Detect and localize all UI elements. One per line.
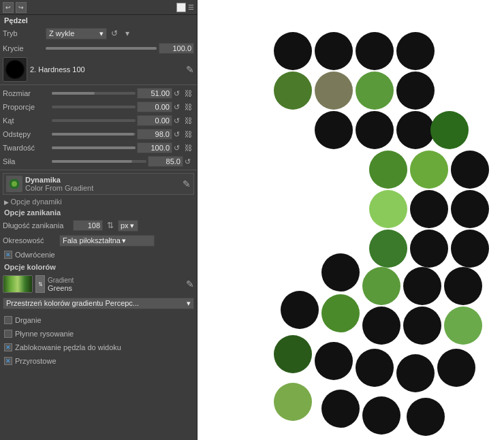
svg-point-20 — [369, 230, 407, 268]
svg-point-11 — [356, 111, 394, 149]
proporcje-reset[interactable]: ↺ — [174, 103, 183, 112]
svg-point-36 — [437, 349, 475, 387]
gradient-thumbnail[interactable] — [3, 275, 33, 293]
tryb-label: Tryb — [3, 29, 44, 37]
zablokowanie-label: Zablokowanie pędzla do widoku — [15, 343, 121, 351]
svg-point-1 — [12, 181, 17, 187]
svg-point-4 — [356, 32, 394, 70]
okresowosc-row: Okresowość Fala piłokształtna ▾ — [0, 233, 197, 248]
svg-point-26 — [444, 267, 482, 305]
odwrocenie-checkbox[interactable]: ✕ — [4, 251, 12, 259]
svg-point-24 — [362, 267, 400, 305]
rozmiar-slider[interactable] — [52, 92, 136, 95]
dlugosc-unit-select[interactable]: px ▾ — [118, 220, 138, 232]
gradient-space-value: Przestrzeń kolorów gradientu Percepc... — [6, 299, 139, 307]
proporcje-slider[interactable] — [52, 106, 136, 108]
svg-point-35 — [396, 354, 435, 392]
canvas-area[interactable] — [198, 0, 504, 440]
redo-icon[interactable]: ↪ — [16, 2, 27, 13]
przyrostowe-label: Przyrostowe — [15, 357, 57, 365]
gradient-info: Gradient Greens — [48, 277, 183, 292]
przyrostowe-checkbox[interactable]: ✕ — [4, 357, 12, 365]
zablokowanie-row: ✕ Zablokowanie pędzla do widoku — [0, 341, 197, 354]
kat-slider[interactable] — [52, 119, 136, 122]
svg-point-33 — [315, 342, 353, 380]
krycie-value[interactable]: 100.0 — [159, 43, 194, 54]
plynne-checkbox[interactable]: ✕ — [4, 330, 12, 338]
opcje-zanikania-header: Opcje zanikania — [0, 207, 197, 218]
odstepy-link[interactable]: ⛓ — [185, 130, 194, 138]
svg-point-17 — [369, 190, 407, 228]
odstepy-reset[interactable]: ↺ — [174, 130, 183, 139]
kat-link[interactable]: ⛓ — [185, 116, 194, 125]
tryb-select[interactable]: Z wykle ▾ — [46, 28, 107, 40]
proporcje-link[interactable]: ⛓ — [185, 103, 194, 111]
dlugosc-step-icon[interactable]: ⇅ — [105, 220, 116, 231]
svg-point-16 — [451, 151, 489, 189]
przyrostowe-row: ✕ Przyrostowe — [0, 354, 197, 368]
tryb-reset-icon[interactable]: ↺ — [109, 28, 120, 39]
top-bar: ↩ ↪ ☰ — [0, 0, 197, 15]
rozmiar-value[interactable]: 51.00 — [137, 88, 172, 99]
tryb-chevron: ▾ — [99, 29, 104, 38]
twardosc-link[interactable]: ⛓ — [185, 144, 194, 152]
color-swatch[interactable] — [176, 3, 186, 12]
tryb-value: Z wykle — [49, 29, 74, 37]
okresowosc-select[interactable]: Fala piłokształtna ▾ — [59, 235, 155, 247]
krycie-slider[interactable] — [46, 47, 157, 50]
svg-point-15 — [410, 151, 448, 189]
rozmiar-reset[interactable]: ↺ — [174, 89, 183, 98]
kat-label: Kąt — [3, 116, 50, 125]
gradient-type: Gradient — [48, 277, 183, 284]
panel-menu-icon[interactable]: ☰ — [188, 3, 194, 11]
gradient-space-select[interactable]: Przestrzeń kolorów gradientu Percepc... … — [3, 298, 194, 309]
twardosc-reset[interactable]: ↺ — [174, 144, 183, 153]
brush-edit-icon[interactable]: ✎ — [186, 64, 194, 75]
svg-point-14 — [369, 151, 407, 189]
odstepy-slider[interactable] — [52, 133, 136, 136]
opcje-dynamiki-link[interactable]: Opcje dynamiki — [0, 196, 197, 207]
svg-point-3 — [315, 32, 353, 70]
twardosc-value[interactable]: 100.0 — [137, 142, 172, 153]
gradient-mid-icon[interactable]: ⇅ — [35, 275, 45, 293]
kat-value[interactable]: 0.00 — [137, 115, 172, 126]
gradient-space-row: Przestrzeń kolorów gradientu Percepc... … — [0, 296, 197, 311]
sila-row: Siła 85.0 ↺ — [0, 155, 197, 168]
sila-slider[interactable] — [52, 160, 146, 163]
svg-point-29 — [362, 307, 400, 345]
svg-point-32 — [274, 335, 312, 373]
drganie-checkbox[interactable]: ✕ — [4, 316, 12, 324]
tryb-menu-icon[interactable]: ▾ — [122, 28, 133, 39]
svg-point-37 — [274, 383, 312, 421]
svg-point-30 — [403, 307, 441, 345]
twardosc-slider[interactable] — [52, 146, 136, 149]
odstepy-row: Odstępy 98.0 ↺ ⛓ — [0, 127, 197, 141]
dynamics-edit-icon[interactable]: ✎ — [183, 178, 191, 189]
dlugosc-value[interactable]: 108 — [73, 220, 103, 231]
drganie-label: Drganie — [15, 316, 42, 324]
sila-value[interactable]: 85.0 — [148, 156, 183, 167]
rozmiar-link[interactable]: ⛓ — [185, 89, 194, 97]
undo-icon[interactable]: ↩ — [3, 2, 14, 13]
sila-label: Siła — [3, 157, 50, 166]
proporcje-value[interactable]: 0.00 — [137, 101, 172, 112]
odstepy-value[interactable]: 98.0 — [137, 129, 172, 140]
kat-reset[interactable]: ↺ — [174, 116, 183, 125]
dynamics-icon — [6, 176, 22, 192]
zablokowanie-checkbox[interactable]: ✕ — [4, 343, 12, 351]
svg-point-21 — [410, 230, 448, 268]
brush-strokes-svg — [198, 0, 504, 440]
dlugosc-unit-chevron: ▾ — [130, 221, 134, 230]
plynne-row: ✕ Płynne rysowanie — [0, 327, 197, 341]
gradient-edit-icon[interactable]: ✎ — [186, 279, 194, 289]
rozmiar-fill — [52, 92, 95, 95]
svg-point-40 — [407, 398, 445, 436]
svg-point-38 — [321, 390, 360, 428]
svg-point-31 — [444, 307, 482, 345]
proporcje-label: Proporcje — [3, 103, 50, 111]
svg-point-22 — [451, 230, 489, 268]
odstepy-label: Odstępy — [3, 130, 50, 138]
krycie-fill — [46, 47, 157, 50]
sila-reset[interactable]: ↺ — [185, 157, 194, 166]
brush-name: 2. Hardness 100 — [30, 65, 183, 74]
